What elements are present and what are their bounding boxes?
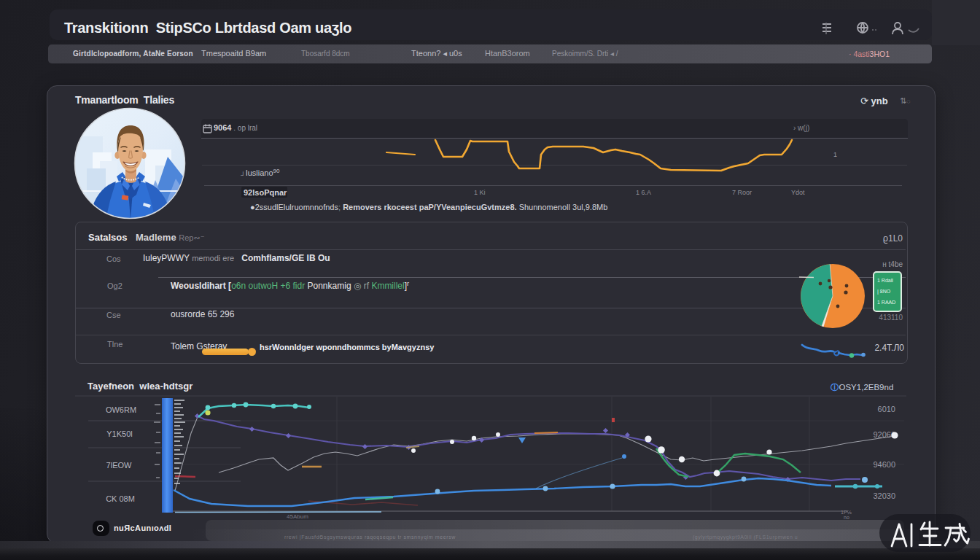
svg-text:45Abum: 45Abum [287,513,308,520]
svg-text:no: no [844,515,849,520]
svg-text:CK 08M: CK 08M [106,494,135,503]
svg-text:32030: 32030 [873,491,895,500]
svg-text:6010: 6010 [878,405,895,413]
svg-text:OW6RM: OW6RM [106,405,136,414]
svg-text:1P℅: 1P℅ [841,510,852,515]
svg-text:Y1K50l: Y1K50l [106,429,132,438]
svg-text:7lEOW: 7lEOW [106,461,132,470]
svg-text:94600: 94600 [873,460,895,469]
